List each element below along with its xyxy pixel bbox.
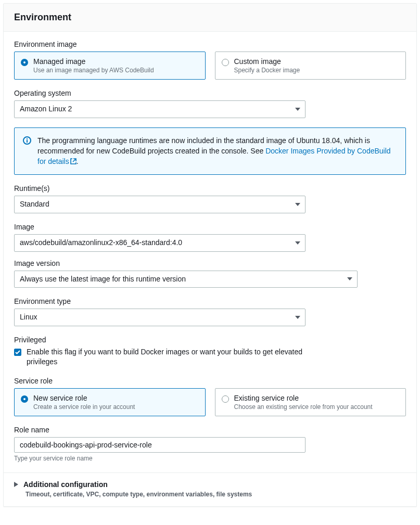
managed-image-radio[interactable]	[21, 59, 28, 66]
privileged-group: Privileged Enable this flag if you want …	[14, 336, 406, 367]
runtime-select[interactable]: Standard	[14, 196, 306, 213]
info-icon	[23, 136, 31, 147]
environment-type-group: Environment type Linux	[14, 297, 406, 326]
custom-image-radio[interactable]	[222, 59, 229, 66]
role-name-input[interactable]	[14, 437, 306, 453]
panel-footer: Additional configuration Timeout, certif…	[4, 472, 416, 506]
service-role-group: Service role New service role Create a s…	[14, 377, 406, 416]
service-role-radios: New service role Create a service role i…	[14, 388, 406, 416]
new-service-role-desc: Create a service role in your account	[33, 403, 135, 411]
panel-header: Environment	[4, 4, 416, 32]
panel-body: Environment image Managed image Use an i…	[4, 32, 416, 472]
runtime-info-box: The programming language runtimes are no…	[14, 127, 406, 175]
new-service-role-radio[interactable]	[21, 395, 28, 403]
external-link-icon	[70, 157, 77, 167]
privileged-checkbox[interactable]	[14, 349, 21, 356]
managed-image-title: Managed image	[33, 57, 154, 66]
existing-service-role-radio[interactable]	[222, 395, 229, 403]
operating-system-select[interactable]: Amazon Linux 2	[14, 100, 306, 118]
additional-config-desc: Timeout, certificate, VPC, compute type,…	[26, 491, 406, 498]
image-version-value: Always use the latest image for this run…	[14, 271, 358, 288]
environment-type-label: Environment type	[14, 297, 406, 305]
environment-type-value: Linux	[14, 309, 306, 326]
role-name-group: Role name Type your service role name	[14, 426, 406, 462]
environment-image-label: Environment image	[14, 40, 406, 48]
additional-config-expander[interactable]: Additional configuration	[14, 480, 406, 489]
role-name-label: Role name	[14, 426, 406, 434]
environment-image-group: Environment image Managed image Use an i…	[14, 40, 406, 80]
existing-service-role-desc: Choose an existing service role from you…	[234, 403, 373, 411]
runtime-label: Runtime(s)	[14, 184, 406, 193]
info-suffix: .	[77, 157, 79, 165]
image-group: Image aws/codebuild/amazonlinux2-x86_64-…	[14, 223, 406, 252]
privileged-text: Enable this flag if you want to build Do…	[27, 347, 318, 367]
new-service-role-radio-card[interactable]: New service role Create a service role i…	[14, 388, 206, 416]
existing-service-role-title: Existing service role	[234, 394, 373, 402]
svg-rect-1	[27, 140, 28, 143]
image-version-label: Image version	[14, 259, 406, 267]
custom-image-radio-card[interactable]: Custom image Specify a Docker image	[215, 52, 406, 80]
existing-service-role-radio-card[interactable]: Existing service role Choose an existing…	[215, 388, 406, 416]
caret-right-icon	[14, 482, 18, 487]
service-role-label: Service role	[14, 377, 406, 385]
environment-type-select[interactable]: Linux	[14, 309, 306, 326]
image-value: aws/codebuild/amazonlinux2-x86_64-standa…	[14, 234, 306, 252]
environment-panel: Environment Environment image Managed im…	[3, 3, 417, 507]
operating-system-group: Operating system Amazon Linux 2	[14, 89, 406, 118]
privileged-checkbox-row: Enable this flag if you want to build Do…	[14, 347, 406, 367]
operating-system-value: Amazon Linux 2	[14, 100, 306, 118]
custom-image-title: Custom image	[234, 57, 300, 66]
panel-title: Environment	[14, 12, 406, 23]
svg-rect-2	[27, 138, 28, 139]
image-select[interactable]: aws/codebuild/amazonlinux2-x86_64-standa…	[14, 234, 306, 252]
info-text: The programming language runtimes are no…	[37, 135, 397, 168]
new-service-role-title: New service role	[33, 394, 135, 402]
managed-image-desc: Use an image managed by AWS CodeBuild	[33, 67, 154, 74]
role-name-hint: Type your service role name	[14, 455, 406, 462]
privileged-label: Privileged	[14, 336, 406, 344]
image-version-select[interactable]: Always use the latest image for this run…	[14, 271, 358, 288]
operating-system-label: Operating system	[14, 89, 406, 97]
runtime-group: Runtime(s) Standard	[14, 184, 406, 213]
environment-image-radios: Managed image Use an image managed by AW…	[14, 52, 406, 80]
runtime-value: Standard	[14, 196, 306, 213]
image-label: Image	[14, 223, 406, 231]
custom-image-desc: Specify a Docker image	[234, 67, 300, 74]
image-version-group: Image version Always use the latest imag…	[14, 259, 406, 288]
additional-config-title: Additional configuration	[23, 480, 108, 489]
managed-image-radio-card[interactable]: Managed image Use an image managed by AW…	[14, 52, 206, 80]
